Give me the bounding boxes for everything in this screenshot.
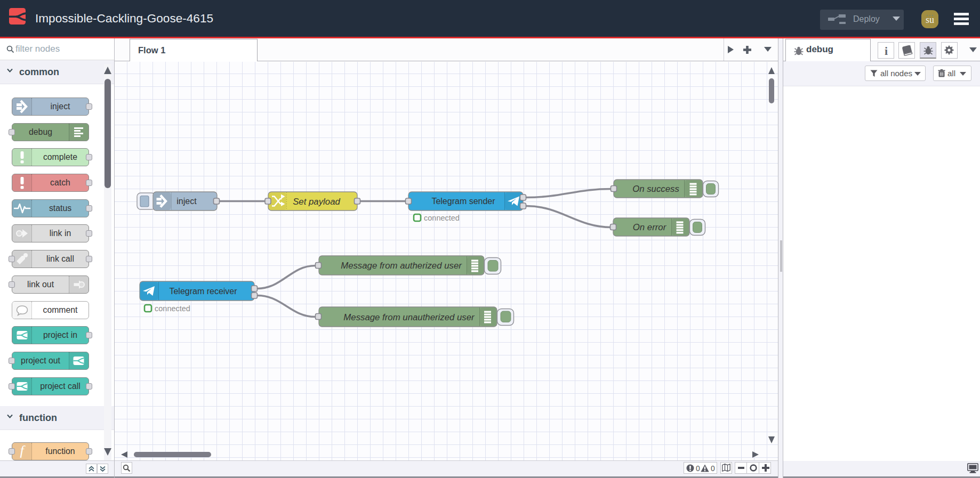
- svg-text:Telegram sender: Telegram sender: [431, 197, 495, 206]
- svg-text:Telegram receiver: Telegram receiver: [169, 287, 237, 296]
- svg-text:Message from autherized user: Message from autherized user: [341, 261, 462, 271]
- svg-text:On error: On error: [633, 222, 667, 232]
- svg-text:inject: inject: [176, 197, 197, 206]
- svg-text:Set payload: Set payload: [293, 197, 340, 207]
- svg-text:f: f: [20, 443, 26, 458]
- svg-text:connected: connected: [155, 304, 190, 313]
- svg-text:On success: On success: [632, 184, 679, 194]
- svg-text:Message from unautherized user: Message from unautherized user: [343, 312, 475, 322]
- svg-text:connected: connected: [424, 214, 460, 222]
